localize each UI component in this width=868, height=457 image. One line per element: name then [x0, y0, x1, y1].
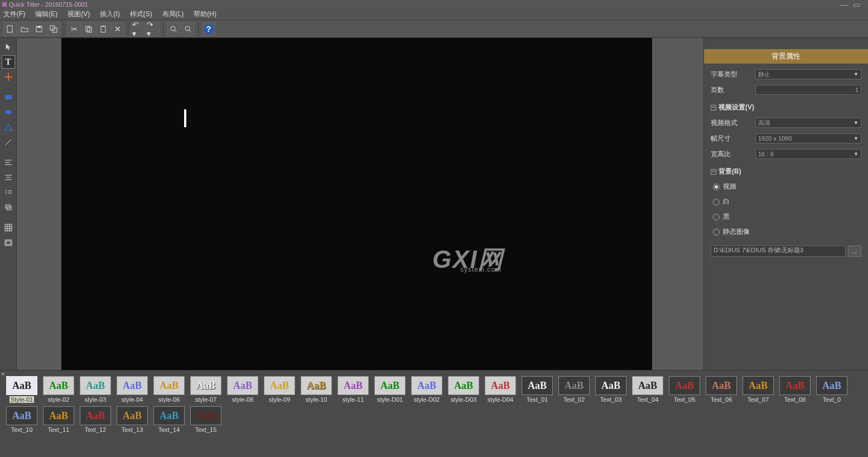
new-button[interactable] [3, 22, 17, 36]
style-item[interactable]: AaBStyle-01 [4, 376, 39, 403]
video-format-dropdown[interactable]: 高清▼ [755, 118, 861, 128]
line-tool[interactable] [2, 136, 15, 149]
style-thumb[interactable]: AaB [190, 376, 221, 395]
maximize-icon[interactable]: ▭ [853, 0, 860, 9]
open-button[interactable] [18, 22, 31, 36]
style-thumb[interactable]: AaB [558, 376, 590, 395]
style-item[interactable]: AaBstyle-11 [336, 376, 370, 403]
rectangle-tool[interactable] [2, 90, 15, 104]
style-thumb[interactable]: AaB [485, 376, 516, 395]
style-thumb[interactable]: AaB [669, 376, 700, 395]
style-item[interactable]: AaBstyle-02 [41, 376, 76, 403]
style-thumb[interactable]: AaB [153, 406, 185, 425]
style-thumb[interactable]: AaB [337, 376, 369, 395]
style-item[interactable]: AaBstyle-08 [225, 376, 260, 403]
save-button[interactable] [32, 22, 46, 36]
path-field[interactable]: D:\EDIUS 7\EDIUS 存储\无标题3 [711, 246, 846, 257]
menu-layout[interactable]: 布局(L) [162, 9, 184, 19]
style-item[interactable]: AaBText_05 [667, 376, 702, 403]
style-thumb[interactable]: AaB [595, 376, 626, 395]
copy-button[interactable] [82, 22, 95, 36]
align-left-tool[interactable] [2, 156, 15, 169]
layer-tool[interactable] [2, 201, 15, 214]
style-item[interactable]: AaBText_13 [115, 406, 150, 433]
browse-button[interactable]: ... [848, 246, 861, 257]
style-item[interactable]: AaBText_14 [152, 406, 186, 433]
undo-button[interactable]: ↶ ▾ [132, 22, 145, 36]
style-thumb[interactable]: AaB [742, 376, 774, 395]
style-thumb[interactable]: AaB [264, 376, 295, 395]
style-thumb[interactable]: AaB [411, 376, 442, 395]
style-thumb[interactable]: AaB [522, 376, 553, 395]
grid-tool[interactable] [2, 221, 15, 234]
menu-style[interactable]: 样式(S) [130, 9, 152, 19]
radio-static[interactable]: 静态图像 [713, 227, 861, 237]
radio-black[interactable]: 黑 [713, 212, 861, 222]
style-thumb[interactable]: AaB [80, 376, 111, 395]
select-tool[interactable] [2, 40, 15, 54]
style-item[interactable]: AaBText_07 [741, 376, 775, 403]
style-thumb[interactable]: AaB [632, 376, 663, 395]
crosshair-tool[interactable] [2, 70, 15, 84]
style-thumb[interactable]: AaB [301, 376, 332, 395]
subtitle-type-dropdown[interactable]: 静止▼ [755, 69, 861, 79]
menu-view[interactable]: 视图(V) [67, 9, 90, 19]
paste-button[interactable] [97, 22, 110, 36]
style-item[interactable]: AaBstyle-D01 [373, 376, 407, 403]
style-item[interactable]: AaBText_0 [814, 376, 849, 403]
style-item[interactable]: AaBText_04 [630, 376, 665, 403]
style-thumb[interactable]: AaB [6, 376, 37, 395]
radio-white[interactable]: 白 [713, 197, 861, 206]
style-thumb[interactable]: AaB [227, 376, 258, 395]
style-item[interactable]: AaBText_01 [520, 376, 554, 403]
menu-edit[interactable]: 编辑(E) [35, 9, 57, 19]
ellipse-tool[interactable] [2, 105, 15, 119]
list-tool[interactable] [2, 186, 15, 199]
radio-video[interactable]: 视频 [713, 182, 861, 191]
zoom-fit-button[interactable] [167, 22, 180, 36]
style-item[interactable]: AaBstyle-D02 [409, 376, 444, 403]
style-item[interactable]: AaBstyle-03 [78, 376, 113, 403]
style-item[interactable]: AaBText_03 [594, 376, 628, 403]
help-button[interactable]: ? [202, 22, 215, 36]
canvas[interactable]: GXI网 system.com [61, 38, 652, 370]
style-item[interactable]: AaBstyle-09 [262, 376, 297, 403]
style-item[interactable]: AaBstyle-07 [189, 376, 223, 403]
style-item[interactable]: AaBText_06 [704, 376, 739, 403]
style-item[interactable]: AaBstyle-D03 [446, 376, 481, 403]
menu-file[interactable]: 文件(F) [3, 9, 25, 19]
zoom-button[interactable] [181, 22, 195, 36]
style-thumb[interactable]: AaB [43, 376, 74, 395]
style-item[interactable]: AaBText_11 [41, 406, 76, 433]
style-item[interactable]: AaBstyle-10 [299, 376, 334, 403]
style-thumb[interactable]: AaB [190, 406, 221, 425]
style-item[interactable]: AaBText_12 [78, 406, 113, 433]
redo-button[interactable]: ↷ ▾ [146, 22, 160, 36]
minimize-icon[interactable]: — [841, 0, 848, 9]
style-thumb[interactable]: AaB [117, 376, 148, 395]
aspect-dropdown[interactable]: 16 : 9▼ [755, 149, 861, 159]
delete-button[interactable]: ✕ [111, 22, 124, 36]
style-thumb[interactable]: AaB [374, 376, 406, 395]
triangle-tool[interactable] [2, 121, 15, 134]
style-item[interactable]: AaBstyle-D04 [483, 376, 518, 403]
style-thumb[interactable]: AaB [448, 376, 479, 395]
style-thumb[interactable]: AaB [706, 376, 737, 395]
video-section-header[interactable]: −视频设置(V) [711, 103, 861, 112]
style-item[interactable]: AaBstyle-06 [152, 376, 186, 403]
style-thumb[interactable]: AaB [43, 406, 74, 425]
style-thumb[interactable]: AaB [816, 376, 847, 395]
bg-section-header[interactable]: −背景(B) [711, 167, 861, 176]
style-thumb[interactable]: AaB [779, 376, 811, 395]
pages-field[interactable]: 1 [755, 85, 861, 95]
menu-help[interactable]: 帮助(H) [194, 9, 216, 19]
style-thumb[interactable]: AaB [6, 406, 37, 425]
style-item[interactable]: AaBText_02 [557, 376, 591, 403]
style-thumb[interactable]: AaB [117, 406, 148, 425]
close-icon[interactable]: × [1, 371, 4, 377]
style-item[interactable]: AaBText_10 [4, 406, 39, 433]
style-thumb[interactable]: AaB [80, 406, 111, 425]
menu-insert[interactable]: 插入(I) [100, 9, 119, 19]
style-item[interactable]: AaBText_15 [189, 406, 223, 433]
safe-area-tool[interactable] [2, 236, 15, 249]
